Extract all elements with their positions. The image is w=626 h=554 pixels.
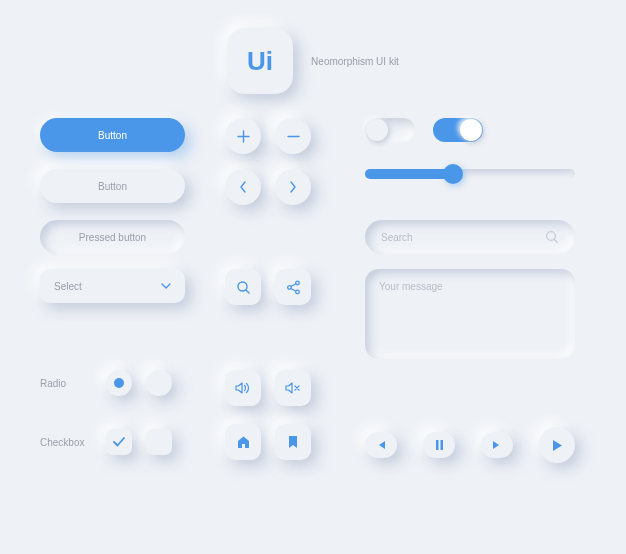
radio-option-1[interactable] (106, 370, 132, 396)
toggle-knob (366, 119, 388, 141)
bookmark-button[interactable] (275, 424, 311, 460)
share-icon (286, 280, 301, 295)
slider-thumb[interactable] (443, 164, 463, 184)
svg-point-3 (287, 285, 291, 289)
select-dropdown[interactable]: Select (40, 269, 185, 303)
minus-icon (287, 130, 300, 143)
volume-button[interactable] (225, 370, 261, 406)
checkbox-option-1[interactable] (106, 429, 132, 455)
logo-text: Ui (247, 46, 273, 77)
plus-icon (237, 130, 250, 143)
home-icon (236, 435, 251, 449)
share-button[interactable] (275, 269, 311, 305)
radio-option-2[interactable] (146, 370, 172, 396)
toggle-on[interactable] (433, 118, 483, 142)
toggle-off[interactable] (365, 118, 415, 142)
mute-button[interactable] (275, 370, 311, 406)
check-icon (113, 437, 125, 447)
message-textarea[interactable]: Your message (365, 269, 575, 359)
skip-forward-button[interactable] (481, 432, 513, 458)
play-icon (552, 439, 563, 452)
primary-button-label: Button (98, 130, 127, 141)
next-button[interactable] (275, 169, 311, 205)
minus-button[interactable] (275, 118, 311, 154)
logo-badge: Ui (227, 28, 293, 94)
radio-dot-checked (114, 378, 124, 388)
search-input[interactable]: Search (365, 220, 575, 254)
skip-back-icon (375, 440, 387, 450)
checkbox-option-2[interactable] (146, 429, 172, 455)
svg-rect-6 (440, 440, 443, 450)
message-placeholder: Your message (379, 281, 443, 292)
header: Ui Neomorphism UI kit (40, 28, 586, 94)
slider-fill (365, 169, 453, 179)
skip-forward-icon (491, 440, 503, 450)
chevron-left-icon (239, 181, 247, 193)
mute-icon (285, 381, 301, 395)
radio-label: Radio (40, 378, 92, 389)
plus-button[interactable] (225, 118, 261, 154)
prev-button[interactable] (225, 169, 261, 205)
slider-track[interactable] (365, 169, 575, 179)
pause-button[interactable] (423, 432, 455, 458)
pause-icon (435, 440, 444, 450)
home-button[interactable] (225, 424, 261, 460)
pressed-button-label: Pressed button (79, 232, 146, 243)
search-icon (545, 230, 559, 244)
secondary-button-label: Button (98, 181, 127, 192)
play-button[interactable] (539, 427, 575, 463)
chevron-right-icon (289, 181, 297, 193)
checkbox-label: Checkbox (40, 437, 92, 448)
primary-button[interactable]: Button (40, 118, 185, 152)
search-icon (236, 280, 251, 295)
select-label: Select (54, 281, 82, 292)
kit-title: Neomorphism UI kit (311, 56, 399, 67)
skip-back-button[interactable] (365, 432, 397, 458)
volume-icon (235, 381, 251, 395)
search-button[interactable] (225, 269, 261, 305)
search-placeholder: Search (381, 232, 413, 243)
toggle-knob (460, 119, 482, 141)
chevron-down-icon (161, 283, 171, 290)
bookmark-icon (288, 435, 298, 449)
pressed-button[interactable]: Pressed button (40, 220, 185, 254)
secondary-button[interactable]: Button (40, 169, 185, 203)
svg-rect-5 (436, 440, 439, 450)
